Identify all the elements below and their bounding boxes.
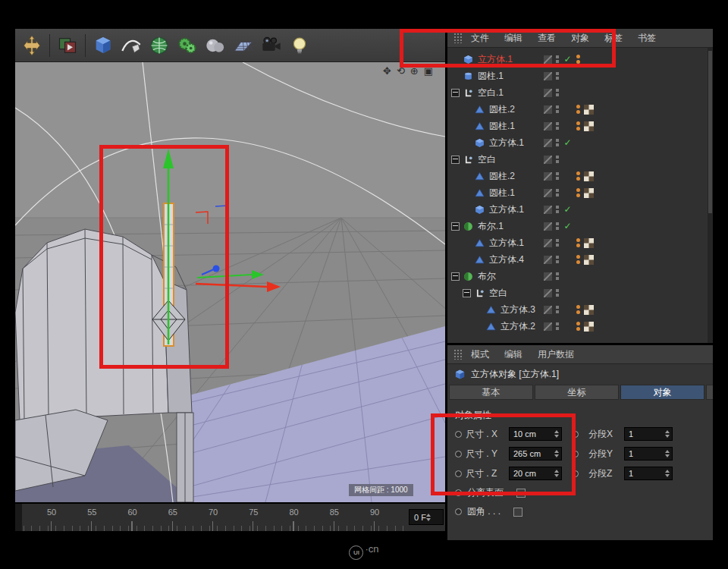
object-label[interactable]: 布尔.1 [478,220,504,233]
object-label[interactable]: 圆柱.1 [489,187,515,200]
object-row[interactable]: 立方体.2 [447,318,708,335]
layer-box[interactable] [544,72,552,80]
object-label[interactable]: 立方体.2 [500,320,535,333]
keyframe-circle-icon[interactable] [572,431,579,438]
size-value-input[interactable]: 265 cm [509,447,562,461]
layer-box[interactable] [544,156,552,164]
object-manager-menu-item-0[interactable]: 文件 [471,32,489,45]
tab-3[interactable]: 平滑 [706,385,713,400]
texture-tag-icon[interactable] [584,238,594,248]
texture-tag-icon[interactable] [584,121,594,131]
layer-box[interactable] [544,272,552,281]
object-manager-menu-item-5[interactable]: 书签 [638,32,656,45]
material-dots-icon[interactable] [576,121,580,130]
expander-icon[interactable] [451,272,460,281]
subdivision-surface-icon[interactable] [146,33,172,58]
value-spinner[interactable] [554,470,559,477]
layer-box[interactable] [544,289,552,297]
keyframe-circle-icon[interactable] [455,508,462,515]
tab-0[interactable]: 基本 [449,385,533,400]
material-dots-icon[interactable] [576,305,580,314]
object-manager-menu-item-1[interactable]: 编辑 [504,32,522,45]
toggle-view-icon[interactable]: ▣ [424,65,433,77]
texture-tag-icon[interactable] [584,105,594,115]
object-label[interactable]: 空白 [478,153,496,166]
expander-icon[interactable] [451,156,460,164]
size-value-input[interactable]: 10 cm [509,427,562,441]
attribute-menu-item-0[interactable]: 模式 [471,348,489,361]
render-view-icon[interactable] [55,33,80,58]
tab-2[interactable]: 对象 [620,385,704,400]
object-label[interactable]: 布尔 [478,270,496,283]
object-label[interactable]: 立方体.1 [489,237,524,250]
object-row[interactable]: 立方体.3 [447,301,708,318]
object-row[interactable]: 立方体.1✓ [447,201,708,218]
object-row[interactable]: 圆柱.1 [447,184,708,201]
spline-pen-icon[interactable] [118,33,144,58]
panel-grip-icon[interactable] [453,33,463,43]
checkbox[interactable] [513,508,522,517]
object-manager-scrollbar[interactable] [708,48,713,343]
visibility-dots-icon[interactable] [556,222,559,230]
visibility-dots-icon[interactable] [556,206,559,213]
orbit-view-icon[interactable]: ⟲ [397,65,405,77]
size-value-input[interactable]: 20 cm [509,467,562,480]
visibility-dots-icon[interactable] [556,55,559,63]
visibility-dots-icon[interactable] [556,89,559,96]
object-row[interactable]: 立方体.1✓ [447,51,708,68]
texture-tag-icon[interactable] [584,255,594,265]
generator-icon[interactable] [174,33,200,58]
object-row[interactable]: 圆柱.2 [447,101,708,118]
camera-icon[interactable] [259,33,284,58]
object-row[interactable]: 立方体.1✓ [447,134,708,151]
enabled-check-icon[interactable]: ✓ [563,54,573,64]
layer-box[interactable] [544,189,552,197]
timeline-ruler[interactable]: 505560657075808590 [15,504,410,531]
visibility-dots-icon[interactable] [556,72,559,80]
enabled-check-icon[interactable]: ✓ [563,204,573,215]
layer-box[interactable] [544,206,552,214]
section-header[interactable]: 对象属性 [447,407,713,424]
value-spinner[interactable] [665,450,670,457]
texture-tag-icon[interactable] [584,322,594,332]
visibility-dots-icon[interactable] [556,289,559,297]
segments-value-input[interactable]: 1 [624,467,673,480]
material-dots-icon[interactable] [576,105,580,114]
object-label[interactable]: 圆柱.1 [489,120,515,133]
object-row[interactable]: 立方体.1 [447,234,708,251]
keyframe-circle-icon[interactable] [455,431,462,438]
viewport-canvas[interactable] [15,62,445,502]
object-label[interactable]: 立方体.1 [489,137,524,149]
object-label[interactable]: 立方体.3 [500,303,535,316]
object-row[interactable]: 圆柱.2 [447,168,708,184]
layer-box[interactable] [544,306,552,314]
material-dots-icon[interactable] [576,255,580,264]
material-dots-icon[interactable] [576,322,580,331]
object-label[interactable]: 立方体.4 [489,253,524,266]
value-spinner[interactable] [554,450,559,457]
layer-box[interactable] [544,139,552,147]
material-dots-icon[interactable] [576,171,580,181]
object-row[interactable]: 圆柱.1 [447,118,708,134]
value-spinner[interactable] [665,470,670,477]
visibility-dots-icon[interactable] [556,239,559,247]
floor-icon[interactable] [231,33,256,58]
checkbox[interactable] [516,489,526,498]
visibility-dots-icon[interactable] [556,105,559,113]
material-dots-icon[interactable] [576,188,580,197]
visibility-dots-icon[interactable] [556,256,559,263]
light-icon[interactable] [287,33,312,58]
segments-value-input[interactable]: 1 [624,427,673,441]
zoom-view-icon[interactable]: ⊕ [410,65,419,77]
object-row[interactable]: 立方体.4 [447,251,708,268]
keyframe-circle-icon[interactable] [455,489,462,496]
layer-box[interactable] [544,105,552,114]
visibility-dots-icon[interactable] [556,122,559,130]
object-row[interactable]: 空白 [447,284,708,301]
layer-box[interactable] [544,222,552,231]
keyframe-circle-icon[interactable] [455,470,462,477]
object-row[interactable]: 空白.1 [447,84,708,101]
visibility-dots-icon[interactable] [556,156,559,163]
attribute-menu-item-1[interactable]: 编辑 [504,348,522,361]
layer-box[interactable] [544,239,552,247]
